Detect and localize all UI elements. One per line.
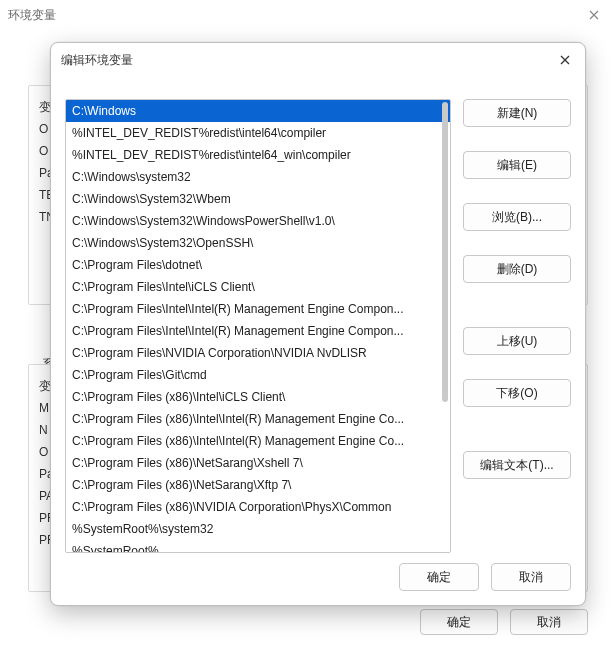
path-list-item[interactable]: C:\Program Files\Intel\Intel(R) Manageme… — [66, 298, 450, 320]
side-button-column: 新建(N) 编辑(E) 浏览(B)... 删除(D) 上移(U) 下移(O) 编… — [463, 99, 571, 553]
edit-button[interactable]: 编辑(E) — [463, 151, 571, 179]
path-list-item[interactable]: %INTEL_DEV_REDIST%redist\intel64\compile… — [66, 122, 450, 144]
path-list-item[interactable]: C:\Program Files\Intel\Intel(R) Manageme… — [66, 320, 450, 342]
dialog-body: C:\Windows%INTEL_DEV_REDIST%redist\intel… — [65, 99, 571, 553]
path-list-item[interactable]: C:\Program Files (x86)\NetSarang\Xftp 7\ — [66, 474, 450, 496]
dialog-ok-button[interactable]: 确定 — [399, 563, 479, 591]
move-up-button[interactable]: 上移(U) — [463, 327, 571, 355]
edit-text-button[interactable]: 编辑文本(T)... — [463, 451, 571, 479]
dialog-close-button[interactable] — [551, 49, 579, 71]
path-listbox[interactable]: C:\Windows%INTEL_DEV_REDIST%redist\intel… — [65, 99, 451, 553]
outer-cancel-button[interactable]: 取消 — [510, 609, 588, 635]
path-list-item[interactable]: C:\Program Files (x86)\Intel\iCLS Client… — [66, 386, 450, 408]
dialog-footer: 确定 取消 — [399, 563, 571, 591]
path-list-item[interactable]: C:\Windows — [66, 100, 450, 122]
outer-footer: 确定 取消 — [420, 609, 588, 635]
path-list-item[interactable]: C:\Windows\System32\OpenSSH\ — [66, 232, 450, 254]
path-list-item[interactable]: C:\Program Files (x86)\NVIDIA Corporatio… — [66, 496, 450, 518]
path-list-item[interactable]: C:\Program Files\dotnet\ — [66, 254, 450, 276]
path-list-item[interactable]: C:\Program Files (x86)\Intel\Intel(R) Ma… — [66, 408, 450, 430]
path-list-item[interactable]: %INTEL_DEV_REDIST%redist\intel64_win\com… — [66, 144, 450, 166]
path-list-item[interactable]: C:\Program Files\Git\cmd — [66, 364, 450, 386]
edit-env-var-dialog: 编辑环境变量 C:\Windows%INTEL_DEV_REDIST%redis… — [50, 42, 586, 606]
outer-titlebar: 环境变量 — [0, 0, 616, 30]
dialog-title: 编辑环境变量 — [61, 52, 133, 69]
path-list-item[interactable]: C:\Program Files (x86)\NetSarang\Xshell … — [66, 452, 450, 474]
move-down-button[interactable]: 下移(O) — [463, 379, 571, 407]
outer-ok-button[interactable]: 确定 — [420, 609, 498, 635]
outer-close-button[interactable] — [572, 0, 616, 30]
path-list-item[interactable]: C:\Program Files\Intel\iCLS Client\ — [66, 276, 450, 298]
path-list-item[interactable]: C:\Windows\system32 — [66, 166, 450, 188]
path-list-item[interactable]: C:\Windows\System32\Wbem — [66, 188, 450, 210]
path-list-item[interactable]: C:\Program Files (x86)\Intel\Intel(R) Ma… — [66, 430, 450, 452]
close-icon — [560, 55, 570, 65]
delete-button[interactable]: 删除(D) — [463, 255, 571, 283]
path-list-item[interactable]: C:\Windows\System32\WindowsPowerShell\v1… — [66, 210, 450, 232]
browse-button[interactable]: 浏览(B)... — [463, 203, 571, 231]
dialog-cancel-button[interactable]: 取消 — [491, 563, 571, 591]
outer-title: 环境变量 — [8, 7, 56, 24]
path-list-item[interactable]: %SystemRoot%\system32 — [66, 518, 450, 540]
dialog-titlebar: 编辑环境变量 — [51, 43, 585, 77]
path-list-item[interactable]: C:\Program Files\NVIDIA Corporation\NVID… — [66, 342, 450, 364]
close-icon — [589, 10, 599, 20]
listbox-scrollbar[interactable] — [442, 102, 448, 402]
new-button[interactable]: 新建(N) — [463, 99, 571, 127]
path-list-item[interactable]: %SystemRoot% — [66, 540, 450, 552]
